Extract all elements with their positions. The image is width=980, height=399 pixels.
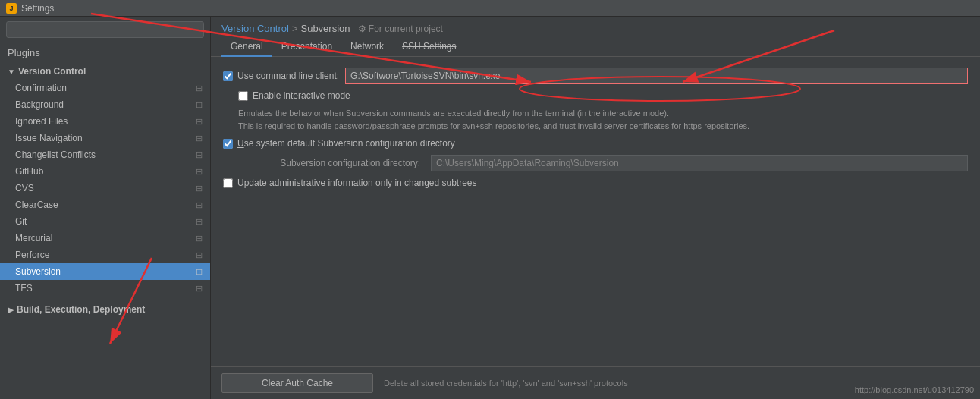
- sidebar-item-label: Confirmation: [15, 83, 67, 93]
- settings-icon: ⊞: [196, 167, 203, 177]
- clear-auth-cache-button[interactable]: Clear Auth Cache: [221, 373, 373, 393]
- use-system-default-checkbox[interactable]: [223, 139, 233, 149]
- use-system-default-row: Use system default Subversion configurat…: [223, 138, 968, 149]
- command-line-client-row: Use command line client:: [223, 68, 968, 84]
- watermark: http://blog.csdn.net/u013412790: [855, 385, 974, 394]
- settings-icon: ⊞: [196, 117, 203, 127]
- app-icon: J: [6, 3, 17, 14]
- tab-network[interactable]: Network: [341, 37, 393, 57]
- settings-icon: ⊞: [196, 200, 203, 210]
- update-admin-checkbox[interactable]: [223, 178, 233, 188]
- build-execution-label: Build, Execution, Deployment: [17, 304, 145, 315]
- use-command-line-checkbox[interactable]: [223, 71, 233, 81]
- enable-interactive-checkbox-row: Enable interactive mode: [238, 90, 350, 101]
- settings-icon: ⊞: [196, 284, 203, 294]
- interactive-mode-row: Enable interactive mode: [238, 90, 968, 101]
- sidebar-section-plugins: Plugins: [0, 42, 210, 63]
- use-command-line-checkbox-row: Use command line client:: [223, 71, 339, 81]
- sidebar-item-git[interactable]: Git ⊞: [0, 213, 210, 230]
- sidebar-item-issue-navigation[interactable]: Issue Navigation ⊞: [0, 130, 210, 146]
- settings-icon: ⊞: [196, 83, 203, 93]
- sidebar-item-label: ClearCase: [15, 200, 58, 210]
- version-control-group[interactable]: ▼ Version Control: [0, 63, 210, 80]
- use-command-line-label: Use command line client:: [237, 71, 339, 81]
- sidebar-item-tfs[interactable]: TFS ⊞: [0, 280, 210, 297]
- sidebar-section-vc: ▼ Version Control Confirmation ⊞ Backgro…: [0, 63, 210, 297]
- settings-icon: ⊞: [196, 134, 203, 143]
- content-area: Version Control > Subversion ⚙ For curre…: [211, 17, 980, 399]
- title-bar-text: Settings: [21, 3, 54, 14]
- config-dir-row: Subversion configuration directory:: [243, 155, 968, 171]
- update-admin-row: Update administrative information only i…: [223, 178, 968, 188]
- enable-interactive-label: Enable interactive mode: [253, 90, 350, 101]
- settings-icon: ⊞: [196, 267, 203, 277]
- sidebar-item-clearcase[interactable]: ClearCase ⊞: [0, 196, 210, 213]
- sidebar-item-ignored-files[interactable]: Ignored Files ⊞: [0, 113, 210, 130]
- sidebar-item-background[interactable]: Background ⊞: [0, 96, 210, 113]
- settings-icon: ⊞: [196, 184, 203, 193]
- version-control-label: Version Control: [18, 66, 86, 77]
- tabs-bar: General Presentation Network SSH Setting…: [211, 37, 980, 57]
- sidebar-item-changelist-conflicts[interactable]: Changelist Conflicts ⊞: [0, 146, 210, 163]
- update-admin-label: Update administrative information only i…: [237, 178, 477, 188]
- update-admin-checkbox-row: Update administrative information only i…: [223, 178, 477, 188]
- breadcrumb-current: Subversion: [300, 23, 350, 34]
- enable-interactive-checkbox[interactable]: [238, 91, 248, 101]
- config-dir-label: Subversion configuration directory:: [243, 158, 425, 168]
- config-dir-input[interactable]: [431, 155, 968, 171]
- sidebar-item-label: Subversion: [15, 266, 61, 277]
- sidebar-item-label: Issue Navigation: [15, 133, 83, 143]
- sidebar-item-label: Ignored Files: [15, 116, 68, 127]
- tab-ssh-settings[interactable]: SSH Settings: [393, 37, 465, 57]
- sidebar-item-label: CVS: [15, 183, 34, 193]
- breadcrumb: Version Control > Subversion ⚙ For curre…: [211, 17, 980, 37]
- use-system-default-label: Use system default Subversion configurat…: [237, 138, 455, 149]
- bottom-note-text: Delete all stored credentials for 'http'…: [384, 379, 628, 388]
- tab-general[interactable]: General: [221, 37, 272, 57]
- sidebar-item-label: TFS: [15, 283, 33, 294]
- expand-arrow-icon: ▶: [8, 306, 14, 314]
- settings-icon: ⊞: [196, 250, 203, 260]
- settings-panel: Use command line client: Enable interact…: [211, 57, 980, 366]
- main-layout: Plugins ▼ Version Control Confirmation ⊞…: [0, 17, 980, 399]
- use-system-default-checkbox-row: Use system default Subversion configurat…: [223, 138, 455, 149]
- settings-icon: ⊞: [196, 100, 203, 110]
- sidebar-item-label: Mercurial: [15, 233, 52, 243]
- sidebar-item-mercurial[interactable]: Mercurial ⊞: [0, 230, 210, 247]
- title-bar: J Settings: [0, 0, 980, 17]
- build-execution-group[interactable]: ▶ Build, Execution, Deployment: [0, 301, 210, 318]
- settings-icon: ⊞: [196, 217, 203, 227]
- breadcrumb-parent[interactable]: Version Control: [221, 23, 289, 34]
- tab-presentation[interactable]: Presentation: [272, 37, 341, 57]
- settings-icon: ⊞: [196, 234, 203, 243]
- expand-arrow-icon: ▼: [8, 68, 15, 76]
- sidebar-item-label: Changelist Conflicts: [15, 149, 96, 160]
- sidebar-item-confirmation[interactable]: Confirmation ⊞: [0, 80, 210, 96]
- svn-path-input[interactable]: [345, 68, 968, 84]
- sidebar-item-github[interactable]: GitHub ⊞: [0, 163, 210, 180]
- sidebar-item-label: GitHub: [15, 166, 43, 177]
- sidebar-item-label: Perforce: [15, 250, 49, 260]
- description-text: Emulates the behavior when Subversion co…: [238, 107, 921, 132]
- search-input[interactable]: [6, 21, 204, 38]
- sidebar: Plugins ▼ Version Control Confirmation ⊞…: [0, 17, 211, 399]
- sidebar-item-label: Background: [15, 99, 64, 110]
- sidebar-item-label: Git: [15, 216, 27, 227]
- breadcrumb-project-note: ⚙ For current project: [358, 24, 443, 34]
- settings-icon: ⊞: [196, 150, 203, 160]
- sidebar-item-cvs[interactable]: CVS ⊞: [0, 180, 210, 196]
- sidebar-item-subversion[interactable]: Subversion ⊞: [0, 263, 210, 280]
- sidebar-item-perforce[interactable]: Perforce ⊞: [0, 247, 210, 263]
- breadcrumb-separator: >: [292, 23, 298, 34]
- plugins-header: Plugins: [0, 42, 210, 63]
